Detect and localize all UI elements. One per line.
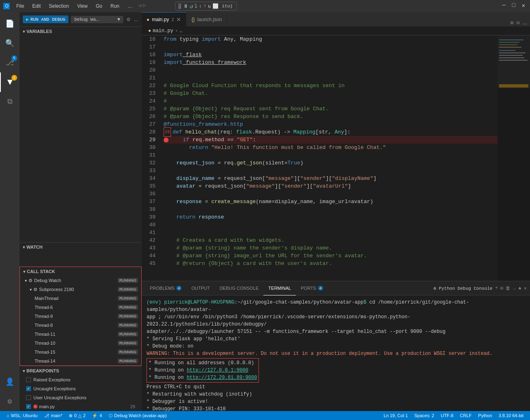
activity-extensions[interactable]: ⧉ xyxy=(0,92,20,112)
win-close[interactable]: ✕ xyxy=(520,2,527,9)
breadcrumb-rest[interactable]: … xyxy=(180,28,182,34)
panel-maximize-btn[interactable]: ▲ xyxy=(519,285,521,291)
menu-view[interactable]: View xyxy=(74,2,91,10)
breakpoint-raised[interactable]: Raised Exceptions xyxy=(20,375,142,384)
run-debug-header: ▶ RUN AND DEBUG Debug Wa… ▼ ⚙ … xyxy=(20,12,142,27)
call-stack-item-thread6[interactable]: Thread-6 RUNNING xyxy=(20,303,141,312)
terminal-add-btn[interactable]: + xyxy=(495,285,498,291)
status-errors[interactable]: ⊗ 0 △ 2 xyxy=(66,411,89,420)
call-stack-item-thread14[interactable]: Thread-14 RUNNING xyxy=(20,357,141,365)
call-stack-item-thread15[interactable]: Thread-15 RUNNING xyxy=(20,348,141,357)
breakpoints-header[interactable]: ▾ BREAKPOINTS xyxy=(20,366,142,375)
code-editor[interactable]: 16 17 18 19 20 21 22 23 24 25 26 27 28 2… xyxy=(142,35,530,281)
tab-launchjson[interactable]: {} launch.json xyxy=(186,12,227,26)
menu-go[interactable]: Go xyxy=(92,2,105,10)
call-stack-item-thread8[interactable]: Thread-8 RUNNING xyxy=(20,321,141,330)
menu-edit[interactable]: Edit xyxy=(29,2,44,10)
terminal-trash-btn[interactable]: 🗑 xyxy=(506,285,510,291)
panel-tab-terminal[interactable]: TERMINAL xyxy=(263,281,296,295)
code-line-24: # xyxy=(164,97,497,105)
status-position[interactable]: Ln 19, Col 1 xyxy=(380,411,411,420)
debug-btn-restart[interactable]: ↺ xyxy=(190,3,193,10)
status-branch[interactable]: ⎇ main* xyxy=(41,411,66,420)
panel-tab-ports[interactable]: PORTS 4 xyxy=(296,281,328,295)
debug-btn-stepout[interactable]: ↑ xyxy=(204,3,206,9)
run-debug-button[interactable]: ▶ RUN AND DEBUG xyxy=(23,15,68,23)
status-eol[interactable]: CRLF xyxy=(457,411,475,420)
debug-btn-stop[interactable]: ⬜ xyxy=(212,3,219,9)
eol-label: CRLF xyxy=(460,413,472,418)
breakpoint-mainpy[interactable]: ✓ main.py 29 xyxy=(20,402,142,411)
status-python-version[interactable]: 3.8.10 64-bit xyxy=(495,411,527,420)
debug-btn-pause[interactable]: ⏸ xyxy=(183,3,188,9)
status-encoding[interactable]: UTF-8 xyxy=(438,411,457,420)
call-stack-item-debug-watch[interactable]: ▾ ⚙ Debug Watch RUNNING xyxy=(20,276,141,285)
call-stack-item-label: Debug Watch xyxy=(34,278,116,283)
git-badge: 5 xyxy=(11,55,17,61)
terminal-split-btn[interactable]: ⊟ xyxy=(500,285,503,291)
editor-split-btn[interactable]: ⊞ xyxy=(510,20,513,26)
status-spaces[interactable]: Spaces: 2 xyxy=(411,411,438,420)
call-stack-header[interactable]: ▾ CALL STACK xyxy=(20,267,141,276)
breadcrumb-file[interactable]: main.py xyxy=(153,28,173,34)
user-uncaught-checkbox[interactable] xyxy=(26,395,31,400)
call-stack-item-thread11[interactable]: Thread-11 RUNNING xyxy=(20,330,141,339)
menu-selection[interactable]: Selection xyxy=(46,2,72,10)
nav-back[interactable]: ◁ xyxy=(138,2,141,9)
call-stack-item-thread10[interactable]: Thread-10 RUNNING xyxy=(20,339,141,348)
line-numbers: 16 17 18 19 20 21 22 23 24 25 26 27 28 2… xyxy=(142,35,162,281)
nav-forward[interactable]: ▷ xyxy=(143,2,146,9)
activity-git[interactable]: ⎇ 5 xyxy=(0,53,20,72)
panel-tab-problems[interactable]: PROBLEMS 4 xyxy=(145,281,186,295)
status-wsl[interactable]: ⌂ WSL: Ubuntu xyxy=(3,411,41,420)
variables-section xyxy=(20,36,142,242)
tab-mainpy[interactable]: ● main.py 2 ✕ xyxy=(142,12,186,26)
mainpy-linenum: 29 xyxy=(130,404,135,409)
breakpoint-uncaught[interactable]: ✓ Uncaught Exceptions xyxy=(20,384,142,393)
status-debug[interactable]: ⬡ Debug Watch (avatar-app) xyxy=(105,411,170,420)
terminal-more-btn[interactable]: … xyxy=(513,285,516,291)
win-minimize[interactable]: ─ xyxy=(501,2,507,9)
breadcrumb-icon: ● xyxy=(148,28,151,34)
terminal-content[interactable]: (env) pierrick@LAPTOP-HKU5PNNG:~/git/goo… xyxy=(142,295,530,411)
debug-btn-grid[interactable]: ⣿ xyxy=(178,3,182,9)
code-content[interactable]: from typing import Any, Mapping import f… xyxy=(162,35,497,281)
run-debug-dropdown[interactable]: Debug Wa… ▼ xyxy=(71,16,123,23)
debug-btn-stepover[interactable]: ⤵ xyxy=(195,3,197,9)
debug-btn-continue[interactable]: ↻ xyxy=(208,3,211,9)
panel-tab-output[interactable]: OUTPUT xyxy=(186,281,215,295)
debug-more-btn[interactable]: … xyxy=(134,15,138,24)
win-maximize[interactable]: □ xyxy=(510,2,517,9)
ports-icon: ⚡ xyxy=(92,413,98,418)
uncaught-checkbox[interactable]: ✓ xyxy=(26,386,31,391)
svg-rect-11 xyxy=(497,35,530,88)
call-stack-item-mainthread[interactable]: MainThread RUNNING xyxy=(20,294,141,303)
menu-file[interactable]: File xyxy=(13,2,27,10)
editor-more-btn[interactable]: … xyxy=(523,19,527,26)
mainpy-checkbox[interactable]: ✓ xyxy=(26,404,31,409)
debug-btn-stepinto[interactable]: ↓ xyxy=(199,3,201,9)
debug-settings-btn[interactable]: ⚙ xyxy=(126,15,131,24)
menu-more[interactable]: … xyxy=(124,2,136,10)
menu-run[interactable]: Run xyxy=(107,2,123,10)
activity-remote[interactable]: 👤 xyxy=(0,372,20,392)
panel-close-btn[interactable]: ✕ xyxy=(524,285,527,291)
ln-45: 45 xyxy=(142,260,159,267)
status-language[interactable]: Python xyxy=(475,411,495,420)
variables-section-header[interactable]: ▾ VARIABLES xyxy=(20,27,142,36)
activity-explorer[interactable]: 📄 xyxy=(0,14,20,33)
call-stack-item-thread9[interactable]: Thread-9 RUNNING xyxy=(20,312,141,321)
raised-checkbox[interactable] xyxy=(26,377,31,382)
watch-section-header[interactable]: ▾ WATCH xyxy=(20,243,142,252)
panel-tab-debug-console[interactable]: DEBUG CONSOLE xyxy=(215,281,263,295)
call-stack-item-subprocess[interactable]: ▾ ⚙ Subprocess 2180 RUNNING xyxy=(20,285,141,294)
tab-mainpy-close[interactable]: ✕ xyxy=(176,16,181,23)
panel-tabs: PROBLEMS 4 OUTPUT DEBUG CONSOLE TERMINAL… xyxy=(142,281,530,295)
activity-search[interactable]: 🔍 xyxy=(0,33,20,53)
editor-layout-btn[interactable]: ⊟ xyxy=(517,20,519,26)
breakpoint-user-uncaught[interactable]: User Uncaught Exceptions xyxy=(20,393,142,402)
activity-debug[interactable]: ⯆ 1 xyxy=(0,72,20,92)
uncaught-label: Uncaught Exceptions xyxy=(33,386,76,391)
status-ports[interactable]: ⚡ 4 xyxy=(89,411,105,420)
activity-settings[interactable]: ⚙ xyxy=(0,392,20,411)
